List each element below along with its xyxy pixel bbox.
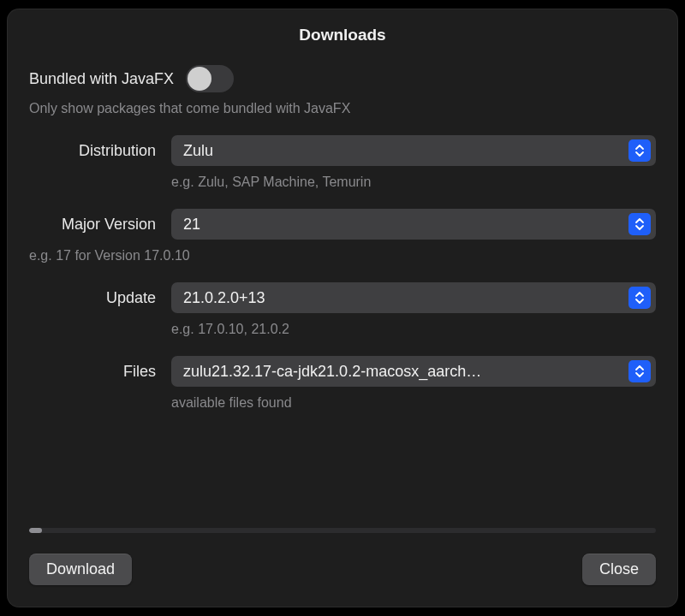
update-value: 21.0.2.0+13 <box>183 289 628 307</box>
major-version-label: Major Version <box>29 216 156 234</box>
chevron-up-down-icon <box>628 213 651 235</box>
files-value: zulu21.32.17-ca-jdk21.0.2-macosx_aarch… <box>183 363 628 381</box>
progress-fill <box>29 528 42 533</box>
update-select[interactable]: 21.0.2.0+13 <box>171 282 656 313</box>
javafx-toggle[interactable] <box>186 65 234 92</box>
files-label: Files <box>75 363 156 381</box>
files-select[interactable]: zulu21.32.17-ca-jdk21.0.2-macosx_aarch… <box>171 356 656 387</box>
update-row: Update 21.0.2.0+13 <box>75 282 656 313</box>
spacer <box>29 429 656 512</box>
distribution-hint: e.g. Zulu, SAP Machine, Temurin <box>171 175 656 190</box>
files-hint: available files found <box>171 395 656 411</box>
button-row: Download Close <box>7 533 678 607</box>
javafx-row: Bundled with JavaFX <box>29 65 656 92</box>
distribution-label: Distribution <box>29 142 156 160</box>
major-version-block: Major Version 21 e.g. 17 for Version 17.… <box>29 209 656 264</box>
update-label: Update <box>75 289 156 307</box>
chevron-up-down-icon <box>628 360 651 382</box>
downloads-dialog: Downloads Bundled with JavaFX Only show … <box>7 9 678 607</box>
chevron-up-down-icon <box>628 287 651 309</box>
files-row: Files zulu21.32.17-ca-jdk21.0.2-macosx_a… <box>75 356 656 387</box>
update-hint: e.g. 17.0.10, 21.0.2 <box>171 322 656 337</box>
toggle-knob <box>188 67 211 91</box>
major-version-row: Major Version 21 <box>29 209 656 240</box>
distribution-value: Zulu <box>183 142 628 160</box>
distribution-select[interactable]: Zulu <box>171 135 656 166</box>
update-block: Update 21.0.2.0+13 e.g. 17.0.10, 21.0.2 <box>29 282 656 337</box>
dialog-title: Downloads <box>7 9 678 65</box>
javafx-label: Bundled with JavaFX <box>29 70 174 88</box>
major-version-hint: e.g. 17 for Version 17.0.10 <box>29 248 656 264</box>
dialog-content: Bundled with JavaFX Only show packages t… <box>7 65 678 512</box>
javafx-hint: Only show packages that come bundled wit… <box>29 101 656 116</box>
progress-bar <box>29 528 656 533</box>
chevron-up-down-icon <box>628 139 651 162</box>
files-block: Files zulu21.32.17-ca-jdk21.0.2-macosx_a… <box>29 356 656 411</box>
major-version-value: 21 <box>183 216 628 234</box>
distribution-row: Distribution Zulu <box>29 135 656 166</box>
close-button[interactable]: Close <box>582 554 656 585</box>
download-button[interactable]: Download <box>29 554 132 585</box>
distribution-block: Distribution Zulu e.g. Zulu, SAP Machine… <box>29 135 656 190</box>
major-version-select[interactable]: 21 <box>171 209 656 240</box>
